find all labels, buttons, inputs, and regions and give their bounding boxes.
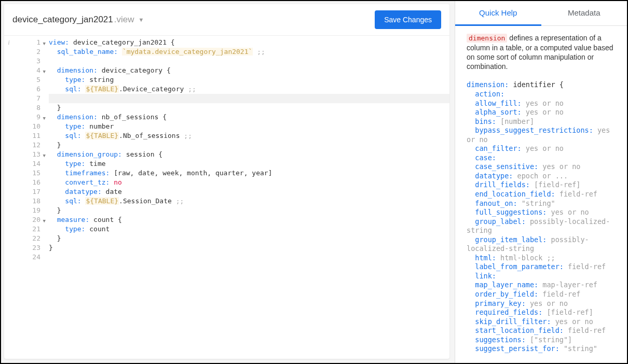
help-prop: label_from_parameter: field-ref [467,262,618,272]
code-line[interactable]: view: device_category_jan2021 { [49,38,449,47]
help-prop: full_suggestions: yes or no [467,208,618,217]
line-number: 22 [13,234,45,243]
code-line[interactable]: dimension: nb_of_sessions { [49,113,449,122]
code-line[interactable]: } [49,103,449,113]
help-prop: group_item_label: possibly-localized-str… [467,235,618,254]
code-line[interactable]: timeframes: [raw, date, week, month, qua… [49,169,449,178]
help-prop: datatype: epoch or ... [467,172,618,181]
help-prop: alpha_sort: yes or no [467,108,618,117]
help-prop: html: html-block ;; [467,254,618,263]
line-number: 10 [13,122,45,131]
editor-header: device_category_jan2021.view ▼ Save Chan… [4,4,449,36]
code-line[interactable]: dimension: device_category { [49,66,449,75]
code-line[interactable]: dimension_group: session { [49,150,449,159]
code-line[interactable] [49,253,449,262]
help-prop: bins: [number] [467,117,618,127]
help-prop: fanout_on: "string" [467,199,618,208]
help-prop: allow_fill: yes or no [467,99,618,108]
code-line[interactable]: datatype: date [49,187,449,197]
code-line[interactable]: } [49,206,449,215]
line-number: 17 [13,187,45,197]
quick-help-body: dimension defines a representation of a … [455,26,627,363]
help-prop: suggestions: ["string"] [467,335,618,345]
line-number: 4▼ [13,66,45,75]
code-line[interactable]: type: number [49,122,449,131]
line-number: 18 [13,197,45,206]
help-prop: can_filter: yes or no [467,144,618,153]
code-line[interactable]: convert_tz: no [49,178,449,187]
tab-quick-help[interactable]: Quick Help [455,1,541,26]
line-number: 2 [13,47,45,57]
line-number: 13▼ [13,150,45,159]
code-line[interactable]: sql: ${TABLE}.Nb_of_sessions ;; [49,131,449,141]
code-line[interactable] [49,94,449,103]
help-prop: start_location_field: field-ref [467,326,618,335]
tab-metadata[interactable]: Metadata [541,1,627,25]
keyword-chip: dimension [467,34,507,43]
code-line[interactable]: type: time [49,159,449,169]
code-line[interactable]: type: count [49,225,449,234]
file-title[interactable]: device_category_jan2021.view ▼ [12,15,144,25]
sidebar-tabs: Quick Help Metadata [455,1,627,26]
code-line[interactable]: } [49,234,449,243]
help-prop: suggest_persist_for: "string" [467,344,618,354]
line-number: 1▼ [13,38,45,47]
line-number: 24 [13,253,45,262]
help-prop: skip_drill_filter: yes or no [467,317,618,327]
line-number: 11 [13,131,45,141]
help-prop: required_fields: [field-ref] [467,308,618,317]
line-number: 5 [13,75,45,85]
code-line[interactable]: } [49,141,449,150]
code-line[interactable]: sql_table_name: `mydata.device_category_… [49,47,449,57]
code-line[interactable]: } [49,243,449,253]
help-prop: group_label: possibly-localized-string [467,217,618,235]
help-prop: map_layer_name: map-layer-ref [467,281,618,290]
line-number: 23 [13,243,45,253]
info-icon[interactable]: i [4,38,13,47]
line-number: 15 [13,169,45,178]
save-button[interactable]: Save Changes [375,10,441,29]
file-ext: .view [114,15,134,25]
help-prop: bypass_suggest_restrictions: yes or no [467,126,618,144]
line-number: 21 [13,225,45,234]
help-reference: dimension: identifier { action: allow_fi… [467,80,618,353]
code-line[interactable]: measure: count { [49,215,449,225]
help-prop: primary_key: yes or no [467,299,618,309]
line-number: 16 [13,178,45,187]
line-number: 9▼ [13,113,45,122]
help-prop: action: [467,90,618,99]
line-number: 12 [13,141,45,150]
code-line[interactable]: sql: ${TABLE}.Device_category ;; [49,85,449,94]
help-prop: case: [467,153,618,163]
help-prop: link: [467,272,618,281]
help-prop: drill_fields: [field-ref] [467,180,618,190]
line-number: 7 [13,94,45,103]
line-number: 8 [13,103,45,113]
line-number: 19 [13,206,45,215]
line-number: 20▼ [13,215,45,225]
chevron-down-icon[interactable]: ▼ [139,17,144,23]
code-line[interactable] [49,57,449,66]
help-prop: end_location_field: field-ref [467,190,618,199]
line-number: 3 [13,57,45,66]
code-line[interactable]: sql: ${TABLE}.Session_Date ;; [49,197,449,206]
code-editor[interactable]: i 1▼234▼56789▼10111213▼14151617181920▼21… [4,36,449,359]
file-name: device_category_jan2021 [12,15,113,25]
line-number: 6 [13,85,45,94]
line-number: 14 [13,159,45,169]
help-description: dimension defines a representation of a … [467,33,618,71]
help-prop: case_sensitive: yes or no [467,162,618,172]
help-prop: order_by_field: field-ref [467,290,618,299]
code-line[interactable]: type: string [49,75,449,85]
